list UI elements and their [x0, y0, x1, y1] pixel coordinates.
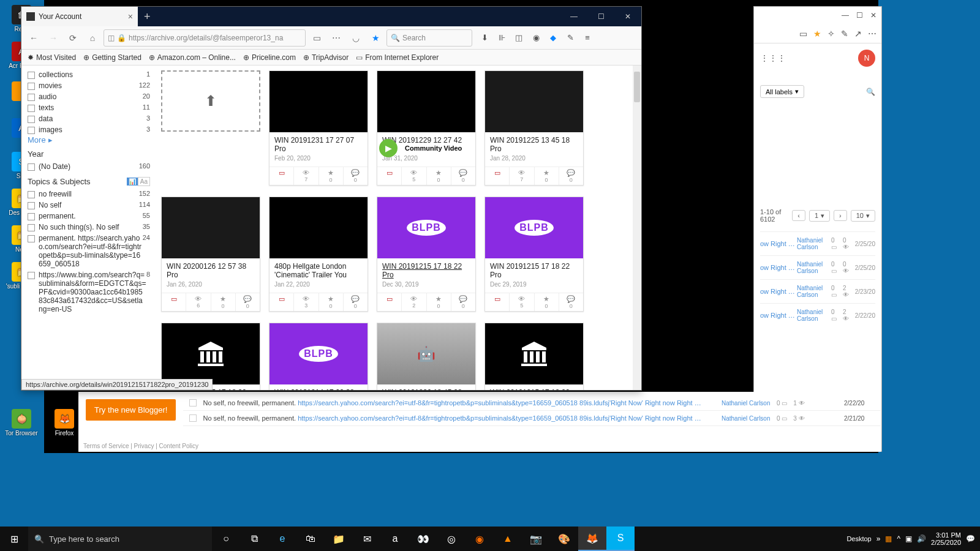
filter-row[interactable]: https://www.bing.com/search?q=subliminal… [28, 269, 150, 315]
ext-icon[interactable]: ✧ [827, 29, 835, 39]
list-item[interactable]: ow Right …Nathaniel Carlson0 ▭2 👁2/22/20 [760, 303, 875, 327]
post-row[interactable]: No self, no freewill, permanent. https:/… [183, 395, 881, 411]
result-card[interactable]: WIN 20191231 17 27 07 ProFeb 20, 2020▭👁7… [269, 70, 368, 186]
home-button[interactable]: ⌂ [84, 29, 101, 47]
apps-icon[interactable]: ⋮⋮⋮ [760, 53, 786, 63]
filter-row[interactable]: movies122 [28, 80, 150, 91]
more-link[interactable]: More ▸ [28, 135, 150, 144]
checkbox[interactable] [28, 127, 35, 134]
book-icon[interactable]: ▭ [799, 29, 807, 39]
checkbox[interactable] [28, 94, 35, 101]
menu-icon[interactable]: ≡ [580, 31, 595, 45]
vlc-icon[interactable]: ▲ [494, 527, 522, 551]
new-tab-button[interactable]: + [138, 10, 157, 23]
checkbox[interactable] [28, 224, 35, 231]
download-icon[interactable]: ⬇ [477, 31, 492, 45]
edge-icon[interactable]: e [268, 527, 296, 551]
filter-row[interactable]: permanent. https://search.yahoo.com/sear… [28, 233, 150, 269]
paint-icon[interactable]: 🎨 [550, 527, 578, 551]
app-icon[interactable]: ◎ [437, 527, 466, 551]
forward-button[interactable]: → [45, 29, 62, 47]
card-title[interactable]: WIN 20191225 13 45 18 Pro [490, 136, 578, 154]
start-button[interactable]: ⊞ [0, 527, 28, 551]
filter-row[interactable]: (No Date)160 [28, 161, 150, 172]
tray-icon[interactable]: ▦ [885, 534, 892, 543]
checkbox[interactable] [28, 213, 35, 220]
labels-dropdown[interactable]: All labels ▾ [760, 85, 804, 98]
share-icon[interactable]: ↗ [854, 29, 862, 39]
list-item[interactable]: ow Right …Nathaniel Carlson0 ▭0 👁2/25/20 [760, 255, 875, 279]
community-video-badge[interactable]: ▶ Community Video [379, 139, 464, 157]
filter-row[interactable]: audio20 [28, 91, 150, 102]
bookmark-item[interactable]: ⊕ Priceline.com [243, 53, 296, 62]
volume-icon[interactable]: 🔊 [917, 534, 926, 543]
perpage-select[interactable]: 10 ▾ [851, 210, 875, 222]
next-button[interactable]: › [834, 210, 847, 221]
maximize-button[interactable]: ☐ [856, 11, 863, 20]
card-title[interactable]: WIN 20191215 17 18 22 Pro [490, 262, 578, 280]
card-title[interactable]: WIN 20191206 18 45 28 Pro [382, 388, 470, 390]
result-card[interactable]: 🤖WIN 20191206 18 45 28 ProDec 27, 2019 [377, 323, 476, 390]
checkbox[interactable] [28, 83, 35, 90]
skype-icon[interactable]: S [606, 527, 635, 551]
filter-row[interactable]: texts11 [28, 102, 150, 113]
reload-button[interactable]: ⟳ [64, 29, 81, 47]
tray-chevron[interactable]: » [876, 534, 881, 543]
result-card[interactable]: BLPBWIN 20191215 17 18 22 ProDec 29, 201… [484, 197, 584, 312]
url-bar[interactable]: ◫ 🔒 https://archive.org/details/@falseem… [104, 29, 306, 47]
pocket-icon[interactable]: ◡ [347, 29, 364, 47]
ext-icon[interactable]: ◆ [546, 31, 560, 45]
maximize-button[interactable]: ☐ [587, 7, 614, 26]
card-title[interactable]: WIN 20191215 17 18 22 Pro [382, 262, 470, 280]
filter-row[interactable]: collections1 [28, 69, 150, 80]
post-title[interactable]: No self, no freewill, permanent. https:/… [203, 414, 722, 422]
checkbox[interactable] [28, 116, 35, 123]
explorer-icon[interactable]: 📁 [325, 527, 353, 551]
bookmark-item[interactable]: ⊕ Getting Started [83, 53, 141, 62]
prev-button[interactable]: ‹ [792, 210, 805, 221]
post-author[interactable]: Nathaniel Carlson [722, 400, 777, 407]
result-card[interactable]: WIN 20200126 12 57 38 ProJan 26, 2020▭👁6… [161, 197, 260, 312]
amazon-icon[interactable]: a [381, 527, 409, 551]
checkbox[interactable] [28, 202, 35, 209]
ext-icon[interactable]: ✎ [841, 29, 848, 39]
post-title[interactable]: No self, no freewill, permanent. https:/… [203, 399, 722, 407]
library-icon[interactable]: ⊪ [494, 31, 509, 45]
clock[interactable]: 3:01 PM 2/25/2020 [931, 531, 961, 546]
checkbox[interactable] [28, 191, 35, 198]
checkbox[interactable] [28, 105, 35, 112]
list-item[interactable]: ow Right …Nathaniel Carlson0 ▭2 👁2/23/20 [760, 279, 875, 303]
filter-row[interactable]: no freewill152 [28, 189, 150, 200]
store-icon[interactable]: 🛍 [296, 527, 325, 551]
browser-tab[interactable]: Your Account × [21, 7, 138, 26]
card-title[interactable]: WIN 20191214 17 09 38 Pro [274, 388, 363, 390]
filter-row[interactable]: No such thing(s). No self35 [28, 222, 150, 233]
upload-card[interactable]: ⬆ [161, 70, 260, 186]
camera-icon[interactable]: 📷 [522, 527, 550, 551]
star-icon[interactable]: ★ [813, 29, 821, 39]
ext-icon[interactable]: ◉ [529, 31, 543, 45]
tray-chevron-up[interactable]: ^ [897, 534, 900, 543]
checkbox[interactable] [28, 72, 35, 79]
ext-icon[interactable]: ✎ [563, 31, 578, 45]
bookmark-item[interactable]: ▭ From Internet Explorer [356, 53, 439, 62]
filter-row[interactable]: data3 [28, 113, 150, 124]
result-card[interactable]: BLPBWIN 20191214 17 09 38 ProDec 28, 201… [269, 323, 368, 390]
scrollbar[interactable] [633, 66, 641, 390]
minimize-button[interactable]: — [842, 11, 849, 20]
sidebar-icon[interactable]: ◫ [511, 31, 526, 45]
filter-row[interactable]: permanent.55 [28, 211, 150, 222]
result-card[interactable]: WIN 20191215 17 18 22 ProDec 24, 2019 [484, 323, 584, 390]
search-bar[interactable]: 🔍 Search [386, 29, 472, 47]
close-tab-icon[interactable]: × [128, 12, 133, 21]
checkbox[interactable] [28, 272, 35, 279]
close-button[interactable]: ✕ [614, 7, 641, 26]
checkbox[interactable] [28, 163, 35, 171]
network-icon[interactable]: ▣ [905, 534, 912, 543]
bookmark-item[interactable]: ⊕ Amazon.com – Online... [149, 53, 236, 62]
app-icon[interactable]: ◉ [466, 527, 494, 551]
result-card[interactable]: 480p Hellgate London 'Cinematic' Trailer… [269, 197, 368, 312]
desktop-icon[interactable]: 🧅Tor Browser [0, 404, 43, 441]
more-icon[interactable]: ⋯ [328, 29, 345, 47]
menu-icon[interactable]: ⋯ [868, 29, 876, 39]
